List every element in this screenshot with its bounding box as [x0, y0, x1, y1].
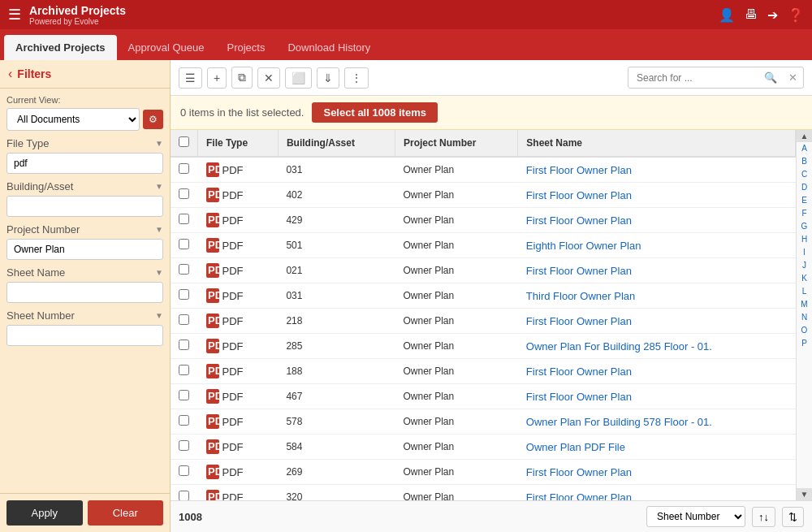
- select-all-checkbox[interactable]: [179, 136, 189, 147]
- sort-asc-button[interactable]: ↑↓: [752, 507, 775, 527]
- alpha-letter-j[interactable]: J: [797, 259, 812, 272]
- alpha-letter-d[interactable]: D: [797, 181, 812, 194]
- select-all-button[interactable]: Select all 1008 items: [312, 102, 437, 123]
- row-checkbox[interactable]: [179, 390, 189, 400]
- row-file-type: PDF PDF: [198, 157, 279, 183]
- sheet-number-input[interactable]: [6, 325, 163, 346]
- clear-button[interactable]: Clear: [88, 500, 164, 526]
- alpha-letter-k[interactable]: K: [797, 272, 812, 285]
- sheet-name-link[interactable]: Owner Plan For Building 578 Floor - 01.: [526, 416, 712, 428]
- more-button[interactable]: ⋮: [344, 67, 369, 89]
- alpha-letter-c[interactable]: C: [797, 168, 812, 181]
- alpha-letter-a[interactable]: A: [797, 142, 812, 155]
- alpha-letter-b[interactable]: B: [797, 155, 812, 168]
- file-type-text: PDF: [222, 416, 244, 428]
- sheet-name-link[interactable]: First Floor Owner Plan: [526, 189, 632, 201]
- chevron-down-icon: ▼: [155, 225, 163, 234]
- table-wrapper[interactable]: File Type Building/Asset Project Number …: [171, 130, 796, 500]
- row-checkbox[interactable]: [179, 314, 189, 325]
- sheet-name-link[interactable]: Owner Plan PDF File: [526, 441, 625, 453]
- download-button[interactable]: ⇓: [317, 67, 339, 89]
- current-view-select[interactable]: All Documents: [6, 108, 140, 131]
- current-view-label: Current View:: [6, 95, 163, 105]
- project-number-input[interactable]: [6, 239, 163, 260]
- copy-button[interactable]: ⧉: [231, 67, 253, 89]
- svg-text:PDF: PDF: [208, 340, 219, 352]
- row-checkbox[interactable]: [179, 465, 189, 476]
- search-input[interactable]: [628, 68, 758, 88]
- logout-icon[interactable]: ➔: [767, 7, 778, 23]
- sort-desc-button[interactable]: ⇅: [782, 507, 804, 527]
- sheet-name-link[interactable]: First Floor Owner Plan: [526, 466, 632, 478]
- row-checkbox[interactable]: [179, 440, 189, 451]
- toolbar: ☰ + ⧉ ✕ ⬜ ⇓ ⋮ 🔍 ✕: [171, 60, 812, 96]
- tab-download-history[interactable]: Download History: [276, 35, 382, 60]
- sheet-name-input[interactable]: [6, 282, 163, 303]
- pdf-icon: PDF: [206, 288, 219, 303]
- sheet-name-link[interactable]: Third Floor Owner Plan: [526, 290, 635, 302]
- row-sheet-name: Third Floor Owner Plan: [518, 283, 796, 309]
- row-checkbox[interactable]: [179, 340, 189, 350]
- sheet-name-link[interactable]: First Floor Owner Plan: [526, 391, 632, 403]
- row-checkbox[interactable]: [179, 163, 189, 174]
- sheet-name-label[interactable]: Sheet Name ▼: [6, 266, 163, 279]
- back-arrow-icon[interactable]: ‹: [8, 67, 12, 81]
- app-title: Archived Projects: [29, 4, 719, 17]
- gear-button[interactable]: ⚙: [143, 110, 163, 129]
- row-checkbox[interactable]: [179, 264, 189, 275]
- sheet-name-link[interactable]: First Floor Owner Plan: [526, 214, 632, 227]
- row-file-type: PDF PDF: [198, 183, 279, 208]
- sheet-name-link[interactable]: First Floor Owner Plan: [526, 315, 632, 327]
- building-asset-label[interactable]: Building/Asset ▼: [6, 180, 163, 192]
- sheet-name-link[interactable]: Eighth Floor Owner Plan: [526, 240, 641, 252]
- row-checkbox[interactable]: [179, 415, 189, 426]
- alpha-down-arrow[interactable]: ▼: [797, 488, 812, 500]
- alpha-letter-i[interactable]: I: [797, 246, 812, 259]
- sheet-name-link[interactable]: First Floor Owner Plan: [526, 265, 632, 277]
- alpha-up-arrow[interactable]: ▲: [797, 130, 812, 142]
- alpha-letter-o[interactable]: O: [797, 324, 812, 337]
- file-type-input[interactable]: [6, 153, 163, 174]
- project-number-label[interactable]: Project Number ▼: [6, 223, 163, 236]
- alpha-letter-m[interactable]: M: [797, 298, 812, 311]
- sheet-number-label[interactable]: Sheet Number ▼: [6, 309, 163, 322]
- alpha-letter-g[interactable]: G: [797, 220, 812, 233]
- file-type-label[interactable]: File Type ▼: [6, 137, 163, 149]
- row-checkbox[interactable]: [179, 491, 189, 500]
- sheet-name-link[interactable]: First Floor Owner Plan: [526, 164, 632, 176]
- tab-approval-queue[interactable]: Approval Queue: [117, 35, 216, 60]
- filter-button[interactable]: ☰: [179, 67, 202, 89]
- building-asset-input[interactable]: [6, 196, 163, 217]
- row-checkbox[interactable]: [179, 214, 189, 224]
- svg-text:PDF: PDF: [208, 264, 219, 276]
- alpha-letter-f[interactable]: F: [797, 207, 812, 220]
- tab-projects[interactable]: Projects: [216, 35, 277, 60]
- row-sheet-name: Owner Plan For Building 285 Floor - 01.: [518, 334, 796, 359]
- row-checkbox[interactable]: [179, 289, 189, 300]
- alpha-letter-p[interactable]: P: [797, 337, 812, 350]
- sheet-name-link[interactable]: First Floor Owner Plan: [526, 491, 632, 501]
- row-checkbox[interactable]: [179, 188, 189, 199]
- alpha-letter-l[interactable]: L: [797, 285, 812, 298]
- row-checkbox[interactable]: [179, 365, 189, 375]
- count-badge: 1008: [179, 511, 202, 523]
- row-building: 285: [278, 334, 395, 359]
- remove-button[interactable]: ✕: [257, 67, 280, 89]
- tab-archived-projects[interactable]: Archived Projects: [4, 35, 117, 60]
- alpha-letter-e[interactable]: E: [797, 194, 812, 207]
- sheet-name-link[interactable]: Owner Plan For Building 285 Floor - 01.: [526, 340, 712, 353]
- user-icon[interactable]: 👤: [719, 7, 735, 23]
- row-checkbox[interactable]: [179, 239, 189, 249]
- menu-icon[interactable]: ☰: [8, 6, 21, 24]
- alpha-letter-n[interactable]: N: [797, 311, 812, 324]
- help-icon[interactable]: ❓: [788, 7, 804, 23]
- sheet-name-link[interactable]: First Floor Owner Plan: [526, 365, 632, 378]
- edit-button[interactable]: ⬜: [285, 67, 312, 89]
- sort-select[interactable]: Sheet NumberFile TypeBuilding/AssetProje…: [646, 506, 745, 527]
- search-button[interactable]: 🔍: [758, 67, 783, 88]
- apply-button[interactable]: Apply: [6, 500, 83, 526]
- alpha-letter-h[interactable]: H: [797, 233, 812, 246]
- monitor-icon[interactable]: 🖶: [745, 7, 758, 22]
- add-button[interactable]: +: [207, 67, 227, 89]
- search-clear-button[interactable]: ✕: [783, 67, 803, 88]
